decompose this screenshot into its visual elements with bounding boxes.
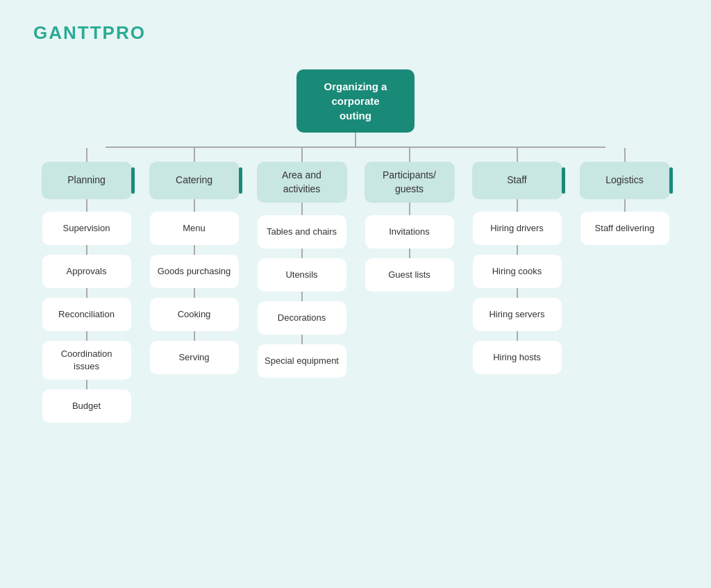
level2-item: Hiring cooks: [473, 255, 562, 298]
level2-node: Utensils: [258, 258, 346, 292]
v-line-top-area: [301, 148, 303, 162]
level2-item: Budget: [42, 389, 131, 423]
level2-item: Hiring drivers: [473, 212, 562, 255]
v-line-between-children: [517, 245, 518, 255]
level2-item: Decorations: [258, 301, 346, 344]
logo: GANTTPRO: [33, 22, 146, 44]
level1-col-logistics: LogisticsStaff delivering: [574, 148, 675, 423]
v-line-mid-staff: [517, 199, 518, 212]
level2-item: Menu: [150, 212, 239, 255]
level1-row: PlanningSupervisionApprovalsReconciliati…: [22, 148, 689, 423]
v-line-between-children: [194, 245, 195, 255]
v-line-between-children: [86, 331, 87, 341]
level2-item: Approvals: [42, 255, 131, 298]
level2-list-staff: Hiring driversHiring cooksHiring servers…: [473, 212, 562, 374]
root-node: Organizing a corporate outing: [296, 69, 415, 133]
v-line-top-logistics: [624, 148, 626, 162]
level1-node-participants: Participants/ guests: [365, 162, 455, 203]
level1-node-logistics: Logistics: [580, 162, 670, 199]
level2-node: Special equipment: [258, 344, 346, 378]
level2-item: Supervision: [42, 212, 131, 255]
level2-list-planning: SupervisionApprovalsReconciliationCoordi…: [42, 212, 131, 423]
v-line-mid-logistics: [624, 199, 626, 212]
h-line: [106, 146, 605, 148]
level1-col-area: Area and activitiesTables and chairsUten…: [251, 148, 352, 423]
level2-node: Guest lists: [365, 258, 454, 292]
v-line-top-participants: [409, 148, 410, 162]
root-connector-line: [355, 133, 356, 146]
level2-list-participants: InvitationsGuest lists: [365, 215, 454, 292]
v-line-between-children: [194, 288, 195, 298]
level1-col-planning: PlanningSupervisionApprovalsReconciliati…: [36, 148, 137, 423]
level1-col-catering: CateringMenuGoods purchasingCookingServi…: [144, 148, 244, 423]
level2-node: Staff delivering: [580, 212, 669, 245]
level2-item: Guest lists: [365, 258, 454, 292]
level2-node: Tables and chairs: [258, 215, 346, 249]
level2-node: Reconciliation: [42, 298, 131, 331]
v-line-top-catering: [194, 148, 195, 162]
level2-node: Invitations: [365, 215, 454, 249]
level2-item: Utensils: [258, 258, 346, 301]
level2-node: Serving: [150, 341, 239, 374]
level2-item: Hiring servers: [473, 298, 562, 341]
level1-node-planning: Planning: [42, 162, 132, 199]
v-line-mid-participants: [409, 203, 410, 215]
level2-list-logistics: Staff delivering: [580, 212, 669, 245]
level1-node-catering: Catering: [149, 162, 240, 199]
level1-node-area: Area and activities: [257, 162, 347, 203]
level2-node: Budget: [42, 389, 131, 423]
v-line-mid-area: [301, 203, 303, 215]
v-line-between-children: [301, 249, 303, 258]
v-line-mid-planning: [86, 199, 87, 212]
level2-node: Cooking: [150, 298, 239, 331]
v-line-between-children: [194, 331, 195, 341]
level2-item: Coordination issues: [42, 341, 131, 389]
level2-node: Decorations: [258, 301, 346, 335]
level2-node: Goods purchasing: [150, 255, 239, 288]
level2-item: Tables and chairs: [258, 215, 346, 258]
v-line-between-children: [301, 335, 303, 344]
level2-node: Hiring cooks: [473, 255, 562, 288]
level2-item: Invitations: [365, 215, 454, 258]
level2-node: Coordination issues: [42, 341, 131, 380]
v-line-between-children: [301, 292, 303, 301]
level1-node-staff: Staff: [472, 162, 562, 199]
level2-node: Hiring servers: [473, 298, 562, 331]
v-line-between-children: [517, 331, 518, 341]
v-line-between-children: [86, 245, 87, 255]
v-line-mid-catering: [194, 199, 195, 212]
h-line-wrapper: [43, 146, 668, 148]
level2-list-area: Tables and chairsUtensilsDecorationsSpec…: [258, 215, 346, 378]
level2-item: Special equipment: [258, 344, 346, 378]
v-line-top-planning: [86, 148, 87, 162]
level2-item: Staff delivering: [580, 212, 669, 245]
v-line-top-staff: [517, 148, 518, 162]
v-line-between-children: [86, 288, 87, 298]
v-line-between-children: [86, 380, 87, 389]
level1-col-staff: StaffHiring driversHiring cooksHiring se…: [467, 148, 567, 423]
level2-node: Approvals: [42, 255, 131, 288]
level2-item: Goods purchasing: [150, 255, 239, 298]
v-line-between-children: [517, 288, 518, 298]
level2-list-catering: MenuGoods purchasingCookingServing: [150, 212, 239, 374]
level2-node: Supervision: [42, 212, 131, 245]
v-line-between-children: [409, 249, 410, 258]
chart-container: Organizing a corporate outing PlanningSu…: [0, 69, 711, 588]
level2-node: Hiring drivers: [473, 212, 562, 245]
level2-item: Serving: [150, 341, 239, 374]
level2-item: Cooking: [150, 298, 239, 341]
level2-item: Hiring hosts: [473, 341, 562, 374]
level2-node: Menu: [150, 212, 239, 245]
level1-col-participants: Participants/ guestsInvitationsGuest lis…: [359, 148, 460, 423]
level2-item: Reconciliation: [42, 298, 131, 341]
level2-node: Hiring hosts: [473, 341, 562, 374]
